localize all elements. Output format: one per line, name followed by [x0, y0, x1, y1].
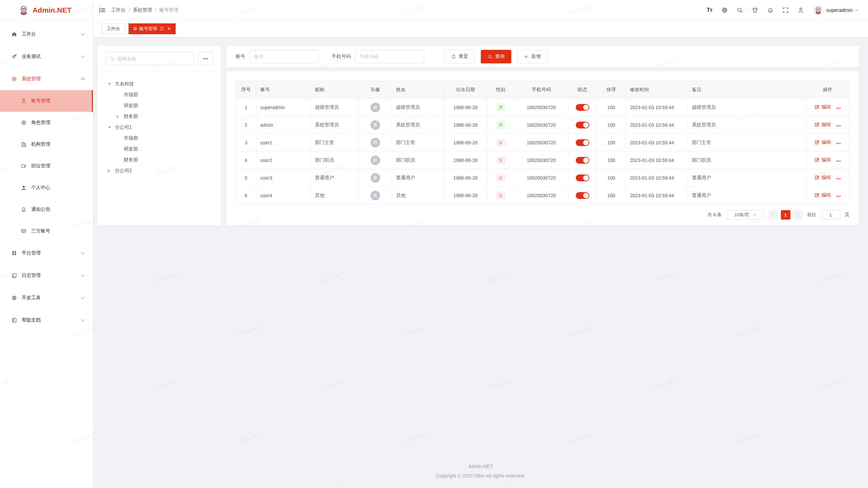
- sidebar-item-platform[interactable]: 平台管理: [0, 242, 93, 264]
- tree-node[interactable]: 市场部: [98, 133, 221, 144]
- sidebar-subitem-org[interactable]: 机构管理: [0, 134, 93, 155]
- tree-node[interactable]: 研发部: [98, 144, 221, 155]
- table-row: 3user1部门主管部部门主管1986-06-28女18020030720100…: [236, 134, 849, 151]
- language-icon[interactable]: [722, 7, 728, 13]
- status-toggle[interactable]: [576, 175, 589, 181]
- row-more-button[interactable]: •••: [836, 177, 841, 181]
- status-toggle[interactable]: [576, 122, 589, 128]
- status-toggle[interactable]: [576, 157, 589, 164]
- row-more-button[interactable]: •••: [836, 159, 841, 163]
- page-suffix: 页: [845, 212, 850, 218]
- collapse-menu-icon[interactable]: [99, 7, 106, 14]
- cell-gender: 男: [487, 116, 514, 134]
- notification-bell-icon[interactable]: [767, 7, 773, 13]
- status-toggle[interactable]: [576, 104, 589, 111]
- sidebar-item-devtools[interactable]: 开发工具: [0, 287, 93, 309]
- sidebar-item-help[interactable]: 帮助文档: [0, 309, 93, 331]
- sidebar-subitem-profile[interactable]: 个人中心: [0, 177, 93, 199]
- edit-button[interactable]: 编辑: [814, 157, 831, 163]
- cell-account: superadmin: [256, 99, 311, 116]
- tree-caret-icon[interactable]: [108, 83, 115, 85]
- navbar-actions: Tᴛ superadmin: [707, 5, 858, 15]
- page-size-select[interactable]: 10条/页: [727, 210, 764, 220]
- chevron-down-icon: [81, 250, 84, 254]
- brand-mascot-icon: [18, 5, 29, 16]
- org-search-input[interactable]: [117, 56, 190, 61]
- phone-filter-input[interactable]: [355, 50, 424, 63]
- tree-caret-icon[interactable]: [117, 115, 124, 118]
- chevron-down-icon: [855, 8, 858, 11]
- status-toggle[interactable]: [576, 139, 589, 146]
- table-row: 2admin系统管理员系系统管理员1986-06-28男180200307201…: [236, 116, 849, 134]
- cell-gender: 女: [487, 187, 514, 204]
- sidebar-subitem-label: 账号管理: [31, 98, 92, 104]
- tree-node[interactable]: 分公司1: [98, 122, 221, 133]
- account-filter-input[interactable]: [250, 50, 319, 63]
- chevron-left-icon: [772, 213, 775, 217]
- edit-icon: [814, 175, 820, 180]
- sidebar-item-system[interactable]: 系统管理: [0, 68, 93, 90]
- sidebar-item-label: 开发工具: [22, 295, 81, 301]
- font-size-icon[interactable]: Tᴛ: [707, 7, 712, 14]
- query-button[interactable]: 查询: [481, 50, 511, 63]
- tree-node[interactable]: 市场部: [98, 89, 221, 100]
- row-more-button[interactable]: •••: [836, 141, 841, 145]
- tab-2[interactable]: 账号管理×: [129, 23, 176, 34]
- org-icon: [21, 142, 26, 147]
- tree-node[interactable]: 财务部: [98, 111, 221, 122]
- page-number-1[interactable]: 1: [781, 210, 790, 220]
- tree-more-button[interactable]: •••: [198, 52, 213, 65]
- search-icon[interactable]: [737, 7, 743, 13]
- breadcrumb-item[interactable]: 系统管理: [133, 7, 152, 13]
- sidebar-item-log[interactable]: 日志管理: [0, 264, 93, 287]
- sidebar-subitem-role[interactable]: 角色管理: [0, 112, 93, 134]
- sidebar-subitem-account[interactable]: 账号管理: [0, 90, 93, 112]
- breadcrumb-separator: /: [129, 7, 130, 13]
- sidebar-item-label: 业务测试: [22, 54, 81, 60]
- prev-page-button[interactable]: [769, 210, 778, 220]
- next-page-button[interactable]: [793, 210, 803, 220]
- edit-button[interactable]: 编辑: [814, 192, 831, 198]
- row-more-button[interactable]: •••: [836, 124, 841, 128]
- sidebar-item-label: 系统管理: [22, 76, 81, 82]
- tab-close-icon[interactable]: ×: [167, 26, 171, 32]
- row-more-button[interactable]: •••: [836, 194, 841, 198]
- cell-status: [568, 134, 597, 151]
- cell-modified: 2023-01-03 10:59:44: [626, 134, 688, 151]
- row-more-button[interactable]: •••: [836, 106, 841, 110]
- fullscreen-icon[interactable]: [783, 7, 789, 13]
- tree-node[interactable]: 财务部: [98, 155, 221, 165]
- tree-caret-icon[interactable]: [108, 169, 115, 172]
- theme-icon[interactable]: [752, 7, 758, 13]
- tree-node[interactable]: 分公司2: [98, 165, 221, 176]
- status-toggle[interactable]: [576, 192, 589, 199]
- edit-label: 编辑: [822, 122, 831, 128]
- goto-page-input[interactable]: [821, 210, 840, 220]
- profile-icon[interactable]: [798, 7, 804, 13]
- brand-logo[interactable]: Admin.NET: [0, 0, 93, 20]
- sidebar-subitem-notice[interactable]: 通知公告: [0, 199, 93, 220]
- sidebar-item-workbench[interactable]: 工作台: [0, 23, 93, 45]
- log-icon: [12, 273, 17, 278]
- tree-caret-icon[interactable]: [108, 126, 115, 128]
- user-menu[interactable]: superadmin: [813, 5, 858, 15]
- sidebar-item-biz-test[interactable]: 业务测试: [0, 45, 93, 68]
- reset-button[interactable]: 重置: [445, 50, 475, 63]
- edit-button[interactable]: 编辑: [814, 122, 831, 128]
- tree-node[interactable]: 大名科技: [98, 79, 221, 89]
- sidebar-subitem-label: 角色管理: [31, 120, 93, 126]
- sidebar-subitem-third-account[interactable]: 三方账号: [0, 220, 93, 242]
- edit-button[interactable]: 编辑: [814, 104, 831, 110]
- edit-button[interactable]: 编辑: [814, 139, 831, 145]
- edit-button[interactable]: 编辑: [814, 175, 831, 181]
- tab-1[interactable]: 工作台: [102, 23, 125, 34]
- sidebar-subitem-position[interactable]: 职位管理: [0, 155, 93, 177]
- pagination-total: 共 6 条: [707, 212, 722, 218]
- tab-refresh-icon[interactable]: [160, 26, 164, 31]
- footer-copyright: Copyright © 2022 Dilon All rights reserv…: [93, 471, 868, 481]
- add-button[interactable]: 新增: [517, 50, 548, 63]
- tree-node[interactable]: 研发部: [98, 100, 221, 111]
- cell-nickname: 部门职员: [311, 151, 358, 169]
- breadcrumb-item[interactable]: 工作台: [111, 7, 125, 13]
- breadcrumb-separator: /: [155, 7, 156, 13]
